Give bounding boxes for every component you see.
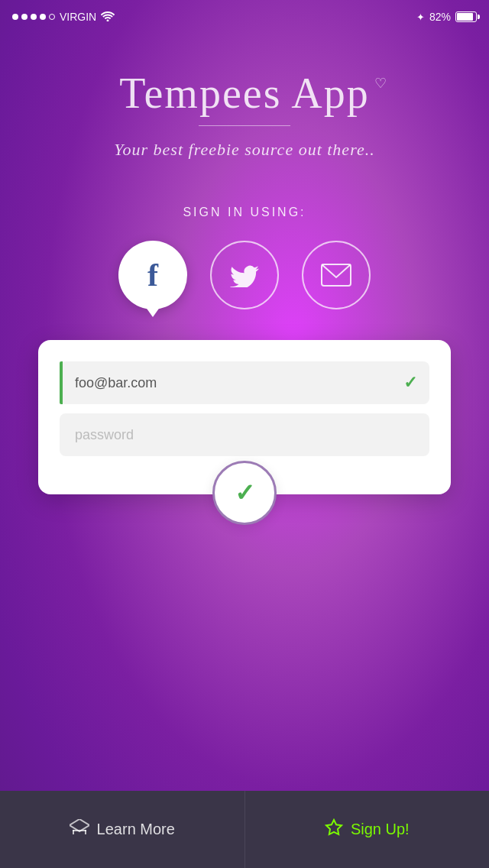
submit-button[interactable]: ✓ xyxy=(212,461,277,525)
svg-marker-1 xyxy=(70,819,89,831)
bluetooth-icon: ✦ xyxy=(416,11,425,23)
status-right: ✦ 82% xyxy=(416,11,477,23)
learn-more-label: Learn More xyxy=(97,821,175,838)
facebook-icon: f xyxy=(147,257,158,293)
twitter-signin-button[interactable] xyxy=(210,241,279,309)
svg-rect-4 xyxy=(85,830,86,834)
main-content: Tempees App ♡ Your best freebie source o… xyxy=(0,31,489,494)
email-signin-button[interactable] xyxy=(302,241,371,309)
signal-dots xyxy=(12,14,55,20)
sign-up-star-icon xyxy=(325,818,343,841)
social-row: f xyxy=(118,241,371,309)
sign-up-label: Sign Up! xyxy=(351,821,410,838)
twitter-icon xyxy=(230,263,259,287)
password-input[interactable] xyxy=(60,413,429,456)
wifi-icon xyxy=(101,11,115,24)
sign-up-tab[interactable]: Sign Up! xyxy=(245,791,490,868)
carrier-name: VIRGIN xyxy=(60,11,96,23)
facebook-signin-button[interactable]: f xyxy=(118,241,187,309)
battery-percent: 82% xyxy=(429,11,451,23)
title-divider xyxy=(199,125,290,126)
battery-indicator xyxy=(455,11,477,22)
signal-dot-3 xyxy=(31,14,37,20)
signal-dot-4 xyxy=(40,14,46,20)
password-field-wrapper xyxy=(60,413,429,456)
login-card: ✓ ✓ xyxy=(38,340,451,494)
signal-dot-2 xyxy=(21,14,28,20)
bottom-tab-bar: Learn More Sign Up! xyxy=(0,791,489,868)
email-field-wrapper: ✓ xyxy=(60,361,429,404)
svg-rect-3 xyxy=(73,830,86,831)
app-title: Tempees App xyxy=(119,69,370,118)
learn-more-icon xyxy=(70,819,89,840)
email-valid-checkmark: ✓ xyxy=(403,373,417,393)
battery-fill xyxy=(457,13,473,21)
email-active-indicator xyxy=(60,361,63,404)
signal-dot-5 xyxy=(49,14,55,20)
sign-in-label: SIGN IN USING: xyxy=(183,206,306,219)
svg-marker-5 xyxy=(326,820,342,834)
submit-checkmark-icon: ✓ xyxy=(235,478,255,507)
battery-shell xyxy=(455,11,477,22)
status-left: VIRGIN xyxy=(12,11,115,24)
status-bar: VIRGIN ✦ 82% xyxy=(0,0,489,31)
chat-tail xyxy=(145,306,160,317)
learn-more-tab[interactable]: Learn More xyxy=(0,791,245,868)
email-icon xyxy=(321,264,351,287)
email-input[interactable] xyxy=(60,361,429,404)
signal-dot-1 xyxy=(12,14,18,20)
heart-icon: ♡ xyxy=(374,75,387,92)
app-subtitle: Your best freebie source out there.. xyxy=(114,140,374,160)
app-title-wrapper: Tempees App ♡ xyxy=(119,69,370,118)
